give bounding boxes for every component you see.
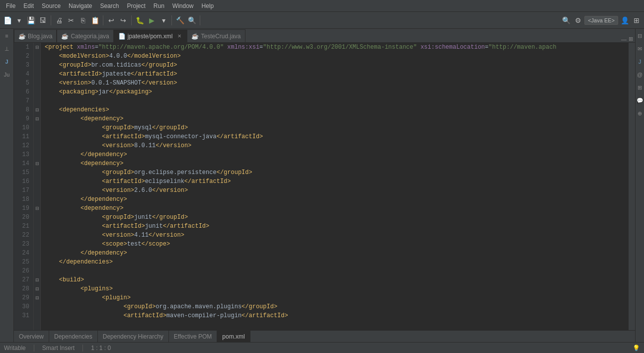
menu-help[interactable]: Help — [198, 1, 218, 10]
search-top-btn[interactable]: 🔍 — [561, 15, 571, 26]
linenum-25: 25 — [16, 258, 29, 266]
run-btn[interactable]: ▶ — [146, 15, 157, 26]
menu-search[interactable]: Search — [96, 1, 123, 10]
redo-button[interactable]: ↪ — [118, 15, 129, 26]
code-line-17: <version>2.6.0</version> — [45, 186, 624, 195]
fold-28[interactable]: ⊟ — [34, 284, 40, 293]
code-line-5: <version>0.0.1-SNAPSHOT</version> — [45, 79, 624, 88]
fold-27[interactable]: ⊟ — [34, 275, 40, 284]
linenum-1: 1 — [16, 43, 29, 52]
tab-categoriajava[interactable]: ☕ Categoria.java — [57, 29, 113, 42]
tab-pomxml[interactable]: 📄 jpateste/pom.xml ✕ — [114, 29, 187, 42]
fold-6 — [34, 88, 40, 96]
run-dropdown[interactable]: ▾ — [158, 15, 169, 26]
tab-testecrudjava[interactable]: ☕ TesteCrud.java — [187, 29, 245, 42]
linenum-24: 24 — [16, 249, 29, 258]
code-line-8: <dependencies> — [45, 105, 624, 114]
save-button[interactable]: 💾 — [25, 15, 36, 26]
right-sidebar-icon-3[interactable]: @ — [637, 70, 644, 80]
undo-button[interactable]: ↩ — [106, 15, 117, 26]
menu-project[interactable]: Project — [123, 1, 149, 10]
linenum-19: 19 — [16, 204, 29, 213]
bottom-tab-overview[interactable]: Overview — [14, 331, 49, 343]
fold-3 — [34, 61, 40, 70]
tab-minimize[interactable]: — — [621, 36, 627, 42]
fold-15 — [34, 168, 40, 177]
perspective-icon-1[interactable]: 👤 — [619, 15, 630, 26]
fold-11 — [34, 132, 40, 141]
linenum-16: 16 — [16, 177, 29, 186]
menu-window[interactable]: Window — [168, 1, 198, 10]
code-line-1: <project xmlns="http://maven.apache.org/… — [45, 43, 624, 52]
menu-navigate[interactable]: Navigate — [65, 1, 96, 10]
menu-edit[interactable]: Edit — [19, 1, 38, 10]
save-all-button[interactable]: 🖫 — [37, 15, 48, 26]
left-icon-bookmark[interactable]: J — [2, 57, 12, 67]
linenum-31: 31 — [16, 311, 29, 320]
settings-btn[interactable]: ⚙ — [572, 15, 583, 26]
left-icon-3[interactable]: Ju — [2, 70, 12, 80]
code-line-15: <groupId>org.eclipse.persistence</groupI… — [45, 168, 624, 177]
tab-bar: ☕ Blog.java ☕ Categoria.java 📄 jpateste/… — [14, 29, 635, 43]
tab-maximize[interactable]: ⊞ — [629, 36, 633, 42]
toolbar-sep-5 — [200, 15, 200, 25]
fold-1[interactable]: ⊟ — [34, 43, 40, 52]
code-line-24: </dependency> — [45, 249, 624, 258]
print-button[interactable]: 🖨 — [54, 15, 65, 26]
tab-blogjava-label: Blog.java — [28, 33, 52, 40]
bottom-tab-hierarchy[interactable]: Dependency Hierarchy — [98, 331, 169, 343]
perspective-selector[interactable]: <Java EE> — [584, 16, 618, 25]
linenum-9: 9 — [16, 114, 29, 123]
tab-blogjava[interactable]: ☕ Blog.java — [14, 29, 57, 42]
code-line-16: <artifactId>eclipselink</artifactId> — [45, 177, 624, 186]
build-btn[interactable]: 🔨 — [174, 15, 185, 26]
status-icon-bulb[interactable]: 💡 — [633, 345, 640, 352]
perspective-icon-2[interactable]: ⊞ — [631, 15, 642, 26]
fold-2 — [34, 52, 40, 61]
debug-btn[interactable]: 🐛 — [134, 15, 145, 26]
left-icon-2[interactable]: ⊥ — [2, 44, 12, 54]
search-icon-btn[interactable]: 🔍 — [186, 15, 197, 26]
new-dropdown[interactable]: ▾ — [13, 15, 24, 26]
copy-button[interactable]: ⎘ — [78, 15, 88, 26]
linenum-11: 11 — [16, 132, 29, 141]
code-line-11: <artifactId>mysql-connector-java</artifa… — [45, 132, 624, 141]
linenum-14: 14 — [16, 159, 29, 168]
left-icon-1[interactable]: ≡ — [2, 31, 12, 41]
cut-button[interactable]: ✂ — [66, 15, 77, 26]
fold-29[interactable]: ⊟ — [34, 293, 40, 302]
right-sidebar-icon-5[interactable]: 💬 — [637, 95, 644, 105]
menu-source[interactable]: Source — [38, 1, 65, 10]
code-area[interactable]: <project xmlns="http://maven.apache.org/… — [41, 43, 628, 330]
menu-file[interactable]: File — [2, 1, 19, 10]
left-gutter: ≡ ⊥ J Ju — [0, 29, 14, 342]
right-sidebar-icon-4[interactable]: ⊞ — [637, 83, 644, 92]
bottom-tab-dependencies[interactable]: Dependencies — [49, 331, 98, 343]
right-sidebar-icon-6[interactable]: ⊕ — [637, 108, 644, 118]
status-sep-2 — [82, 345, 83, 352]
menu-bar: File Edit Source Navigate Search Project… — [0, 0, 644, 12]
fold-14[interactable]: ⊟ — [34, 159, 40, 168]
status-insert-mode: Smart Insert — [42, 345, 75, 352]
linenum-30: 30 — [16, 302, 29, 311]
paste-button[interactable]: 📋 — [89, 15, 100, 26]
bottom-tab-effective[interactable]: Effective POM — [169, 331, 217, 343]
tab-controls: — ⊞ — [245, 36, 635, 42]
fold-19[interactable]: ⊟ — [34, 204, 40, 213]
linenum-21: 21 — [16, 222, 29, 231]
code-line-2: <modelVersion>4.0.0</modelVersion> — [45, 52, 624, 61]
new-button[interactable]: 📄 — [2, 15, 13, 26]
code-line-27: <build> — [45, 275, 624, 284]
right-sidebar-icon-bookmark[interactable]: J — [637, 57, 644, 67]
code-line-9: <dependency> — [45, 114, 624, 123]
linenum-7: 7 — [16, 96, 29, 105]
right-sidebar-icon-2[interactable]: ✉ — [637, 44, 644, 54]
fold-9[interactable]: ⊟ — [34, 114, 40, 123]
tab-pomxml-close[interactable]: ✕ — [176, 33, 182, 39]
right-sidebar-icon-1[interactable]: ⊟ — [637, 31, 644, 41]
bottom-tab-pomxml[interactable]: pom.xml — [217, 331, 250, 343]
menu-run[interactable]: Run — [150, 1, 168, 10]
fold-8[interactable]: ⊟ — [34, 105, 40, 114]
status-position: 1 : 1 : 0 — [91, 345, 111, 352]
linenum-29: 29 — [16, 293, 29, 302]
